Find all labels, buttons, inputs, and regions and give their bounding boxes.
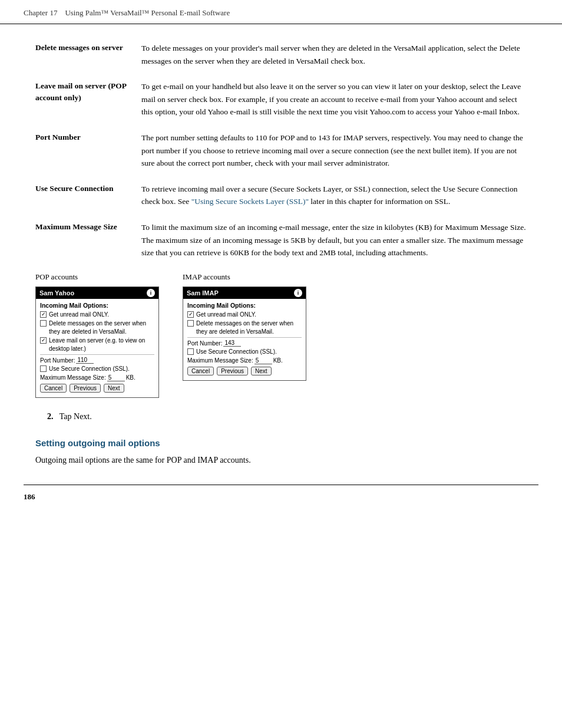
desc-leave: To get e-mail on your handheld but also … <box>141 80 527 118</box>
imap-titlebar: Sam IMAP i <box>183 287 306 299</box>
pop-next-button[interactable]: Next <box>104 384 124 393</box>
pop-title: Sam Yahoo <box>39 289 74 297</box>
term-leave: Leave mail on server (POP account only) <box>35 80 141 104</box>
pop-port-value: 110 <box>76 357 94 364</box>
imap-ssl-row: Use Secure Connection (SSL). <box>187 348 302 356</box>
imap-item-2-text: Delete messages on the server when they … <box>196 319 302 335</box>
pop-item-3: Leave mail on server (e.g. to view on de… <box>40 337 154 353</box>
def-row-msgsize: Maximum Message Size To limit the maximu… <box>35 221 527 259</box>
pop-titlebar: Sam Yahoo i <box>36 287 158 299</box>
pop-previous-button[interactable]: Previous <box>70 384 101 393</box>
pop-ssl-text: Use Secure Connection (SSL). <box>49 365 130 373</box>
pop-item-1: Get unread mail ONLY. <box>40 311 154 319</box>
desc-delete: To delete messages on your provider's ma… <box>141 42 527 67</box>
pop-buttons: Cancel Previous Next <box>40 384 154 394</box>
imap-msgsize-row: Maximum Message Size: 5 KB. <box>187 357 302 364</box>
term-port: Port Number <box>35 131 141 143</box>
imap-previous-button[interactable]: Previous <box>217 367 248 375</box>
imap-body: Incoming Mail Options: Get unread mail O… <box>183 299 306 380</box>
imap-next-button[interactable]: Next <box>251 367 272 375</box>
imap-item-2: Delete messages on the server when they … <box>187 319 302 335</box>
imap-item-1-text: Get unread mail ONLY. <box>196 311 256 319</box>
def-row-ssl: Use Secure Connection To retrieve incomi… <box>35 183 527 208</box>
outgoing-section: Setting outgoing mail options Outgoing m… <box>35 438 527 467</box>
pop-info-icon: i <box>147 289 155 297</box>
step2-text: 2. Tap Next. <box>47 412 527 421</box>
pop-msgsize-row: Maximum Message Size: 5 KB. <box>40 374 154 381</box>
ssl-link[interactable]: "Using Secure Sockets Layer (SSL)" <box>191 197 309 206</box>
chapter-title: Chapter 17 Using Palm™ VersaMail™ Person… <box>24 8 230 18</box>
def-row-leave: Leave mail on server (POP account only) … <box>35 80 527 118</box>
pop-body: Incoming Mail Options: Get unread mail O… <box>36 299 158 397</box>
step2-body: Tap Next. <box>59 412 92 421</box>
term-ssl: Use Secure Connection <box>35 183 141 195</box>
pop-item-1-text: Get unread mail ONLY. <box>49 311 109 319</box>
pop-msgsize-unit: KB. <box>126 374 135 381</box>
outgoing-heading: Setting outgoing mail options <box>35 438 527 448</box>
pop-checkbox-1 <box>40 311 47 318</box>
definition-table: Delete messages on server To delete mess… <box>35 42 527 259</box>
step2-section: 2. Tap Next. <box>35 412 527 421</box>
desc-msgsize: To limit the maximum size of an incoming… <box>141 221 527 259</box>
imap-port-value: 143 <box>223 340 241 347</box>
pop-checkbox-2 <box>40 320 47 327</box>
term-msgsize: Maximum Message Size <box>35 221 141 233</box>
pop-section-title: Incoming Mail Options: <box>40 302 154 309</box>
imap-buttons: Cancel Previous Next <box>187 367 302 377</box>
imap-ssl-checkbox <box>187 348 194 355</box>
screenshots-section: POP accounts Sam Yahoo i Incoming Mail O… <box>35 272 527 398</box>
imap-cancel-button[interactable]: Cancel <box>187 367 214 375</box>
pop-msgsize-value: 5 <box>107 374 125 381</box>
chapter-number: Chapter 17 <box>24 8 57 17</box>
imap-label: IMAP accounts <box>183 272 230 282</box>
term-delete: Delete messages on server <box>35 42 141 54</box>
imap-msgsize-value: 5 <box>254 357 272 364</box>
imap-port-label: Port Number: <box>187 340 222 347</box>
chapter-heading: Using Palm™ VersaMail™ Personal E-mail S… <box>65 8 230 17</box>
page-number: 186 <box>0 485 562 509</box>
outgoing-body: Outgoing mail options are the same for P… <box>35 454 527 467</box>
pop-port-label: Port Number: <box>40 357 75 364</box>
imap-ssl-text: Use Secure Connection (SSL). <box>196 348 277 356</box>
main-content: Delete messages on server To delete mess… <box>0 24 562 485</box>
pop-item-2-text: Delete messages on the server when they … <box>49 319 154 335</box>
pop-checkbox-3 <box>40 337 47 344</box>
imap-msgsize-unit: KB. <box>273 357 283 364</box>
imap-checkbox-1 <box>187 311 194 318</box>
pop-cancel-button[interactable]: Cancel <box>40 384 67 393</box>
def-row-delete: Delete messages on server To delete mess… <box>35 42 527 67</box>
def-row-port: Port Number The port number setting defa… <box>35 131 527 170</box>
imap-info-icon: i <box>294 289 302 297</box>
desc-ssl: To retrieve incoming mail over a secure … <box>141 183 527 208</box>
imap-port-row: Port Number: 143 <box>187 340 302 347</box>
page-header: Chapter 17 Using Palm™ VersaMail™ Person… <box>0 0 562 24</box>
pop-msgsize-label: Maximum Message Size: <box>40 374 106 381</box>
step2-num: 2. <box>47 412 54 421</box>
pop-screen: Sam Yahoo i Incoming Mail Options: Get u… <box>35 286 159 398</box>
imap-title: Sam IMAP <box>187 289 219 297</box>
pop-item-3-text: Leave mail on server (e.g. to view on de… <box>49 337 154 353</box>
pop-port-row: Port Number: 110 <box>40 357 154 364</box>
imap-screenshot-col: IMAP accounts Sam IMAP i Incoming Mail O… <box>183 272 306 398</box>
pop-label: POP accounts <box>35 272 78 282</box>
pop-ssl-row: Use Secure Connection (SSL). <box>40 365 154 373</box>
imap-msgsize-label: Maximum Message Size: <box>187 357 253 364</box>
imap-screen: Sam IMAP i Incoming Mail Options: Get un… <box>183 286 306 381</box>
imap-item-1: Get unread mail ONLY. <box>187 311 302 319</box>
imap-section-title: Incoming Mail Options: <box>187 302 302 309</box>
pop-screenshot-col: POP accounts Sam Yahoo i Incoming Mail O… <box>35 272 159 398</box>
pop-ssl-checkbox <box>40 365 47 372</box>
desc-port: The port number setting defaults to 110 … <box>141 131 527 170</box>
pop-item-2: Delete messages on the server when they … <box>40 319 154 335</box>
imap-checkbox-2 <box>187 320 194 327</box>
